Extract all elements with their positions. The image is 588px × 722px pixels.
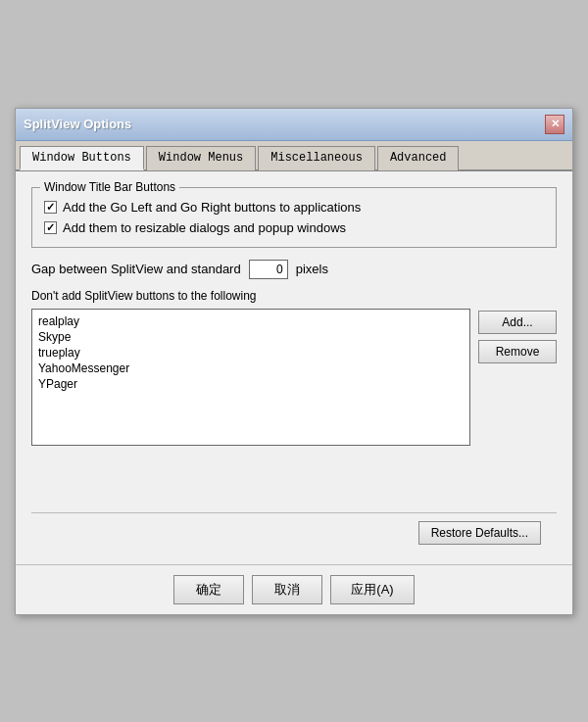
checkbox-resizable-dialogs[interactable] xyxy=(44,221,57,234)
tabs-bar: Window Buttons Window Menus Miscellaneou… xyxy=(16,141,572,171)
dialog-window: SplitView Options ✕ Window Buttons Windo… xyxy=(15,108,573,615)
dialog-title: SplitView Options xyxy=(24,117,131,131)
list-item[interactable]: trueplay xyxy=(36,345,466,361)
list-item[interactable]: realplay xyxy=(36,313,466,329)
cancel-button[interactable]: 取消 xyxy=(252,575,322,604)
list-item[interactable]: YPager xyxy=(36,376,466,392)
checkbox-add-go-buttons[interactable] xyxy=(44,201,57,214)
exclusion-list-label: Don't add SplitView buttons to the follo… xyxy=(31,289,557,303)
checkbox-row-2[interactable]: Add them to resizable dialogs and popup … xyxy=(44,220,544,235)
gap-input[interactable] xyxy=(249,260,288,279)
tab-window-buttons[interactable]: Window Buttons xyxy=(20,146,144,170)
add-button[interactable]: Add... xyxy=(478,311,557,334)
gap-label: Gap between SplitView and standard xyxy=(31,262,241,276)
checkbox-resizable-dialogs-label: Add them to resizable dialogs and popup … xyxy=(63,220,346,235)
title-bar: SplitView Options ✕ xyxy=(16,109,572,141)
restore-defaults-button[interactable]: Restore Defaults... xyxy=(418,521,541,545)
tab-advanced[interactable]: Advanced xyxy=(377,146,460,170)
ok-button[interactable]: 确定 xyxy=(173,575,244,604)
group-box-label: Window Title Bar Buttons xyxy=(40,180,179,194)
tab-content: Window Title Bar Buttons Add the Go Left… xyxy=(16,171,572,564)
list-buttons-area: realplay Skype trueplay YahooMessenger Y… xyxy=(31,309,557,446)
list-buttons: Add... Remove xyxy=(478,309,557,446)
exclusion-list[interactable]: realplay Skype trueplay YahooMessenger Y… xyxy=(31,309,470,446)
close-button[interactable]: ✕ xyxy=(545,115,564,134)
bottom-buttons: Restore Defaults... xyxy=(31,512,557,553)
remove-button[interactable]: Remove xyxy=(478,340,557,363)
dialog-footer: 确定 取消 应用(A) xyxy=(16,564,572,614)
spacer xyxy=(31,454,557,512)
gap-pixels-label: pixels xyxy=(296,262,328,276)
list-item[interactable]: Skype xyxy=(36,329,466,345)
list-item[interactable]: YahooMessenger xyxy=(36,361,466,376)
checkbox-add-go-buttons-label: Add the Go Left and Go Right buttons to … xyxy=(63,200,361,215)
checkbox-row-1[interactable]: Add the Go Left and Go Right buttons to … xyxy=(44,200,544,215)
gap-row: Gap between SplitView and standard pixel… xyxy=(31,260,557,279)
apply-button[interactable]: 应用(A) xyxy=(330,575,414,604)
group-box-title-bar-buttons: Window Title Bar Buttons Add the Go Left… xyxy=(31,187,557,248)
tab-window-menus[interactable]: Window Menus xyxy=(146,146,256,170)
tab-miscellaneous[interactable]: Miscellaneous xyxy=(258,146,375,170)
